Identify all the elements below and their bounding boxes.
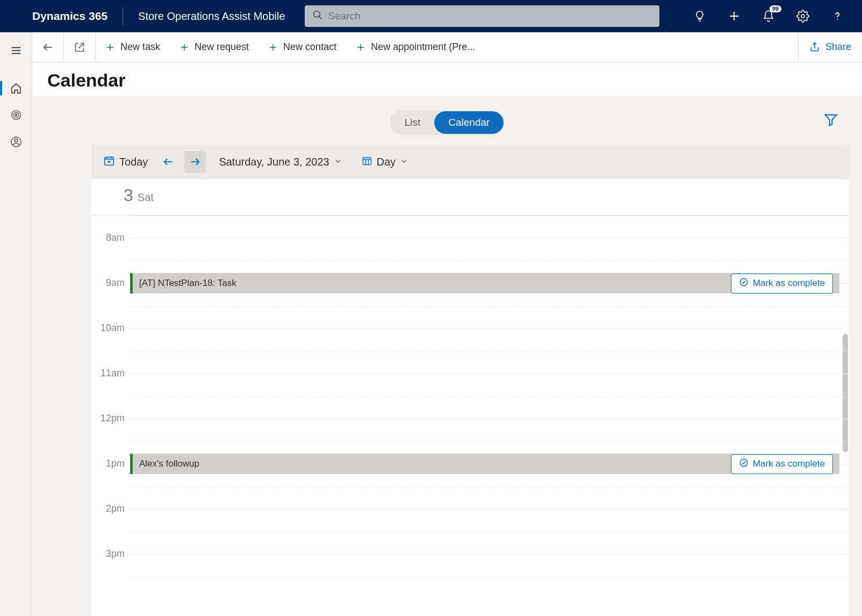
- lightbulb-icon[interactable]: [692, 9, 707, 24]
- svg-point-13: [15, 139, 18, 142]
- next-day-button[interactable]: [184, 151, 206, 173]
- filter-icon[interactable]: [821, 110, 841, 130]
- today-label: Today: [119, 156, 148, 168]
- svg-line-1: [319, 17, 321, 19]
- settings-gear-icon[interactable]: [795, 9, 810, 24]
- new-appointment-label: New appointment (Pre...: [371, 41, 475, 53]
- calendar-today-icon: [103, 155, 115, 169]
- day-number: 3: [124, 185, 133, 205]
- mark-complete-button[interactable]: Mark as complete: [731, 274, 833, 293]
- svg-point-5: [837, 19, 838, 20]
- chevron-down-icon: [400, 156, 408, 168]
- svg-point-0: [313, 11, 320, 18]
- calendar-view-icon: [362, 155, 372, 169]
- notification-badge: 99: [770, 5, 781, 12]
- today-button[interactable]: Today: [99, 152, 152, 173]
- app-bar: Dynamics 365 Store Operations Assist Mob…: [0, 0, 862, 32]
- svg-rect-32: [363, 157, 371, 164]
- time-label: 1pm: [106, 458, 125, 469]
- view-mode-picker[interactable]: Day: [357, 152, 413, 172]
- svg-point-36: [740, 278, 748, 286]
- notifications-icon[interactable]: 99: [761, 9, 776, 24]
- share-label: Share: [825, 41, 851, 53]
- new-contact-label: New contact: [283, 41, 336, 53]
- time-label: 2pm: [106, 503, 125, 514]
- view-toggle: List Calendar: [390, 110, 505, 135]
- new-task-label: New task: [120, 41, 160, 53]
- time-label: 8am: [106, 232, 125, 243]
- command-bar: New task New request New contact New app…: [32, 32, 862, 62]
- time-label: 3pm: [106, 548, 125, 559]
- day-of-week: Sat: [138, 191, 154, 204]
- view-mode-label: Day: [377, 156, 396, 168]
- svg-rect-29: [108, 161, 110, 163]
- current-date-label: Saturday, June 3, 2023: [219, 156, 329, 168]
- brand-label[interactable]: Dynamics 365: [0, 7, 123, 25]
- svg-point-37: [740, 459, 748, 467]
- search-wrap: [305, 5, 659, 27]
- new-request-label: New request: [195, 41, 249, 53]
- back-button[interactable]: [32, 32, 63, 62]
- prev-day-button[interactable]: [157, 151, 179, 173]
- new-task-button[interactable]: New task: [96, 32, 170, 62]
- nav-home-icon[interactable]: [0, 76, 32, 100]
- time-label: 10am: [100, 323, 125, 333]
- event-title: [AT] NTestPlan-18: Task: [139, 278, 236, 289]
- mark-complete-label: Mark as complete: [753, 278, 825, 289]
- date-picker[interactable]: Saturday, June 3, 2023: [214, 153, 346, 171]
- search-icon: [312, 10, 323, 23]
- view-toggle-list[interactable]: List: [391, 111, 435, 134]
- chevron-down-icon: [334, 156, 342, 168]
- calendar-toolbar: Today Saturday, June 3, 2023: [91, 145, 849, 179]
- main: New task New request New contact New app…: [32, 32, 862, 616]
- check-circle-icon: [739, 458, 749, 470]
- topbar-icons: 99: [692, 9, 849, 24]
- svg-point-11: [15, 114, 17, 116]
- nav-profile-icon[interactable]: [0, 130, 32, 154]
- search-input[interactable]: [328, 10, 652, 22]
- day-header: 3 Sat: [91, 179, 849, 216]
- calendar-event[interactable]: Alex's followup Mark as complete: [130, 454, 839, 474]
- event-title: Alex's followup: [139, 459, 199, 469]
- time-label: 12pm: [100, 413, 125, 424]
- svg-point-4: [801, 15, 804, 18]
- nav-rail: [0, 32, 32, 616]
- open-new-window-icon[interactable]: [64, 32, 95, 62]
- share-button[interactable]: Share: [798, 32, 862, 62]
- view-area: List Calendar Today: [32, 96, 862, 616]
- time-grid[interactable]: 8am 9am [AT] NTestPlan-18: Task Mark a: [91, 216, 849, 616]
- help-icon[interactable]: [830, 9, 845, 24]
- time-label: 11am: [100, 368, 125, 378]
- view-toggle-calendar[interactable]: Calendar: [434, 111, 504, 134]
- svg-marker-24: [825, 115, 837, 126]
- new-contact-button[interactable]: New contact: [258, 32, 346, 62]
- new-appointment-button[interactable]: New appointment (Pre...: [346, 32, 485, 62]
- time-label: 9am: [106, 277, 125, 288]
- nav-target-icon[interactable]: [0, 103, 32, 127]
- app-name-label[interactable]: Store Operations Assist Mobile: [123, 10, 300, 23]
- search-box[interactable]: [305, 5, 659, 27]
- check-circle-icon: [739, 277, 749, 290]
- new-request-button[interactable]: New request: [170, 32, 258, 62]
- page-title: Calendar: [47, 70, 847, 91]
- mark-complete-button[interactable]: Mark as complete: [731, 454, 833, 474]
- plus-icon[interactable]: [727, 9, 742, 24]
- hamburger-icon[interactable]: [0, 39, 32, 62]
- calendar-event[interactable]: [AT] NTestPlan-18: Task Mark as complete: [130, 273, 839, 293]
- mark-complete-label: Mark as complete: [753, 459, 825, 469]
